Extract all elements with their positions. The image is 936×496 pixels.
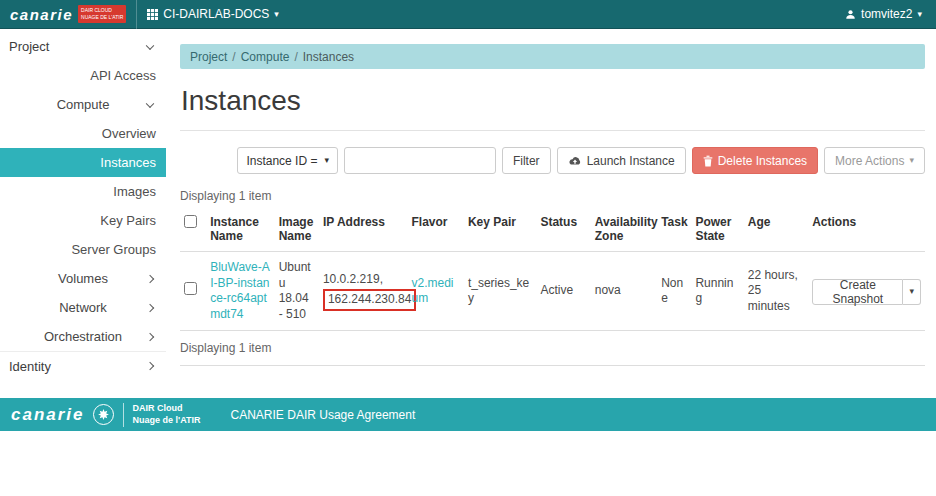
sidebar-item-label: Volumes: [58, 271, 108, 286]
actions-cell: Create Snapshot ▾: [808, 252, 925, 331]
col-actions: Actions: [808, 207, 925, 252]
power-state-cell: Running: [691, 252, 743, 331]
chevron-right-icon: [146, 274, 154, 282]
filter-button[interactable]: Filter: [502, 147, 551, 174]
sidebar-item-api-access[interactable]: API Access: [0, 61, 166, 90]
sidebar-item-project[interactable]: Project: [0, 32, 166, 61]
sidebar-item-label: Network: [59, 300, 107, 315]
breadcrumb-compute[interactable]: Compute: [241, 50, 290, 64]
col-availability-zone[interactable]: Availability Zone: [591, 207, 657, 252]
sidebar-item-label: Key Pairs: [100, 213, 156, 228]
page-title: Instances: [181, 84, 925, 118]
col-ip-address[interactable]: IP Address: [319, 207, 408, 252]
user-menu[interactable]: tomvitez2 ▾: [845, 7, 936, 21]
sidebar-item-network[interactable]: Network: [0, 293, 166, 322]
sidebar-item-overview[interactable]: Overview: [0, 119, 166, 148]
ip-primary: 10.0.2.219,: [323, 272, 383, 286]
table-header-row: Instance Name Image Name IP Address Flav…: [180, 207, 925, 252]
flavor-cell: v2.medium: [408, 252, 464, 331]
chevron-right-icon: [146, 362, 154, 370]
age-cell: 22 hours, 25 minutes: [744, 252, 808, 331]
table-toolbar: Instance ID = ▾ Filter Launch Instance D…: [180, 147, 925, 174]
sidebar-item-orchestration[interactable]: Orchestration: [0, 322, 166, 351]
image-name-cell: Ubuntu 18.04 - 510: [275, 252, 319, 331]
flavor-link[interactable]: v2.medium: [412, 276, 454, 306]
trash-icon: [703, 155, 713, 167]
footer-dair-label: DAIR Cloud Nuage de l'ATIR: [133, 403, 201, 426]
create-snapshot-button[interactable]: Create Snapshot: [812, 279, 903, 305]
row-actions-dropdown-button[interactable]: ▾: [903, 279, 921, 305]
sidebar-item-label: Project: [9, 39, 49, 54]
col-key-pair[interactable]: Key Pair: [464, 207, 536, 252]
col-status[interactable]: Status: [536, 207, 590, 252]
chevron-down-icon: ▾: [324, 156, 329, 165]
filter-field-select[interactable]: Instance ID = ▾: [237, 147, 338, 174]
row-checkbox[interactable]: [184, 282, 197, 295]
chevron-down-icon: [146, 41, 154, 49]
sidebar-item-label: Compute: [57, 97, 110, 112]
grid-icon: [147, 9, 158, 20]
sidebar-item-compute[interactable]: Compute: [0, 90, 166, 119]
select-all-checkbox[interactable]: [184, 215, 197, 228]
maple-leaf-icon: [93, 404, 114, 425]
table-footer: Displaying 1 item: [180, 341, 925, 366]
sidebar-item-server-groups[interactable]: Server Groups: [0, 235, 166, 264]
sidebar-item-volumes[interactable]: Volumes: [0, 264, 166, 293]
delete-instances-button[interactable]: Delete Instances: [692, 147, 818, 174]
sidebar-item-label: Identity: [9, 359, 51, 374]
brand-badge-line1: DAIR Cloud: [81, 7, 112, 13]
items-count-bottom: Displaying 1 item: [180, 341, 925, 355]
sidebar-item-label: Server Groups: [71, 242, 156, 257]
col-flavor[interactable]: Flavor: [408, 207, 464, 252]
chevron-right-icon: [146, 303, 154, 311]
ip-address-cell: 10.0.2.219, 162.244.230.84: [319, 252, 408, 331]
annotation-highlight-box: 162.244.230.84: [323, 289, 416, 311]
select-all-header: [180, 207, 206, 252]
sidebar-item-key-pairs[interactable]: Key Pairs: [0, 206, 166, 235]
launch-instance-label: Launch Instance: [587, 154, 675, 168]
col-task[interactable]: Task: [657, 207, 691, 252]
breadcrumb-separator: /: [294, 50, 297, 64]
main-content: Project / Compute / Instances Instances …: [166, 29, 936, 366]
cloud-upload-icon: [568, 156, 582, 166]
launch-instance-button[interactable]: Launch Instance: [557, 147, 686, 174]
user-icon: [845, 9, 856, 20]
footer-dair-line2: Nuage de l'ATIR: [133, 415, 201, 425]
col-instance-name[interactable]: Instance Name: [206, 207, 274, 252]
instance-name-link[interactable]: BluWave-AI-BP-instance-rc64aptmdt74: [210, 260, 270, 321]
col-age[interactable]: Age: [744, 207, 808, 252]
chevron-down-icon: [146, 99, 154, 107]
items-count-top: Displaying 1 item: [180, 189, 925, 203]
more-actions-button[interactable]: More Actions ▾: [824, 147, 925, 174]
col-image-name[interactable]: Image Name: [275, 207, 319, 252]
instance-name-cell: BluWave-AI-BP-instance-rc64aptmdt74: [206, 252, 274, 331]
filter-input[interactable]: [344, 147, 496, 174]
ip-floating: 162.244.230.84: [328, 292, 411, 306]
sidebar: Project API Access Compute Overview Inst…: [0, 29, 166, 380]
breadcrumb-project[interactable]: Project: [190, 50, 227, 64]
chevron-down-icon: ▾: [909, 287, 914, 296]
sidebar-item-identity[interactable]: Identity: [0, 351, 166, 380]
sidebar-item-label: Orchestration: [44, 329, 122, 344]
chevron-right-icon: [146, 332, 154, 340]
sidebar-item-label: Overview: [102, 126, 156, 141]
chevron-down-icon: ▾: [909, 156, 914, 165]
sidebar-item-images[interactable]: Images: [0, 177, 166, 206]
title-divider: [180, 130, 925, 131]
row-select-cell: [180, 252, 206, 331]
col-power-state[interactable]: Power State: [691, 207, 743, 252]
canarie-footer-logo: canarie: [0, 405, 93, 425]
key-pair-cell: t_series_key: [464, 252, 536, 331]
sidebar-item-label: API Access: [90, 68, 156, 83]
sidebar-item-instances[interactable]: Instances: [0, 148, 166, 177]
navbar-divider: [136, 0, 137, 29]
usage-agreement-link[interactable]: CANARIE DAIR Usage Agreement: [231, 408, 416, 422]
sidebar-item-label: Instances: [100, 155, 156, 170]
canarie-logo: canarie: [0, 6, 78, 23]
footer-dair-line1: DAIR Cloud: [133, 403, 183, 413]
chevron-down-icon: ▾: [274, 10, 279, 19]
breadcrumb-instances: Instances: [303, 50, 354, 64]
project-selector-label: CI-DAIRLAB-DOCS: [163, 7, 269, 21]
user-menu-label: tomvitez2: [861, 7, 912, 21]
project-selector[interactable]: CI-DAIRLAB-DOCS ▾: [147, 7, 279, 21]
